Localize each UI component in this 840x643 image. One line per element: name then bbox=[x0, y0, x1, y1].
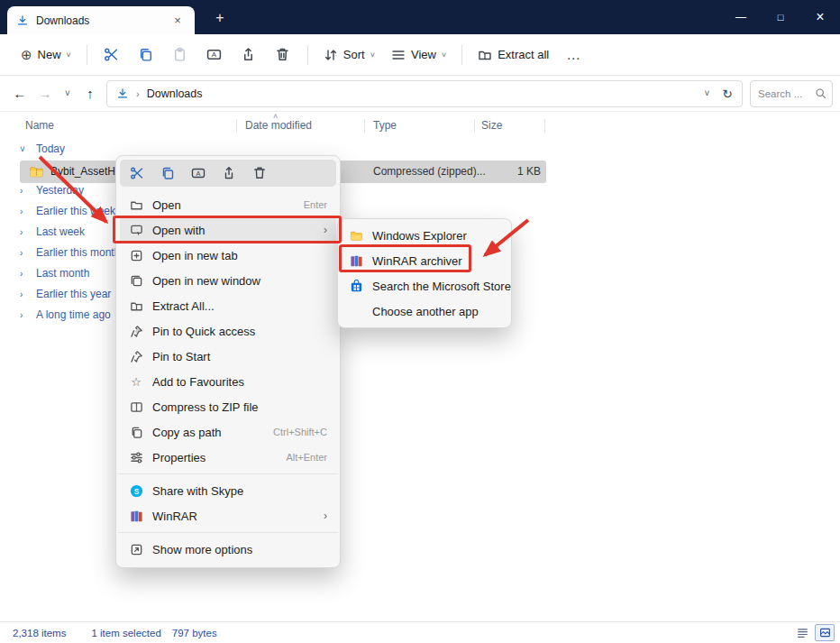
see-more-button[interactable]: … bbox=[557, 47, 590, 63]
column-divider[interactable] bbox=[474, 119, 475, 133]
submenu-item-winrar-archiver[interactable]: WinRAR archiver bbox=[342, 248, 507, 273]
cut-button[interactable] bbox=[95, 40, 129, 70]
menu-item-open-in-new-window[interactable]: Open in new window bbox=[120, 268, 336, 293]
view-button[interactable]: View ˅ bbox=[383, 40, 454, 70]
column-date-modified[interactable]: Date modified bbox=[245, 119, 312, 132]
new-tab-icon bbox=[129, 248, 143, 262]
up-button[interactable]: ↑ bbox=[78, 80, 103, 107]
large-thumbnails-view-button[interactable] bbox=[815, 624, 835, 641]
menu-item-add-to-favourites[interactable]: ☆ Add to Favourites bbox=[120, 369, 336, 394]
menu-item-open[interactable]: Open Enter bbox=[120, 192, 336, 217]
menu-item-winrar[interactable]: WinRAR › bbox=[120, 503, 336, 528]
downloads-icon bbox=[16, 14, 29, 27]
context-menu-quick-actions: A bbox=[120, 160, 336, 187]
tab-downloads[interactable]: Downloads × bbox=[7, 6, 195, 34]
menu-item-pin-to-quick-access[interactable]: Pin to Quick access bbox=[120, 318, 336, 344]
sort-icon bbox=[324, 48, 338, 62]
new-button-label: New bbox=[38, 48, 61, 61]
column-divider[interactable] bbox=[364, 119, 365, 133]
group-header-last-month[interactable]: › Last month bbox=[20, 267, 89, 280]
menu-item-label: Copy as path bbox=[152, 426, 264, 439]
search-input[interactable] bbox=[751, 88, 815, 99]
delete-button[interactable] bbox=[244, 161, 275, 186]
share-button[interactable] bbox=[214, 161, 244, 186]
menu-item-properties[interactable]: Properties Alt+Enter bbox=[120, 445, 336, 470]
refresh-icon[interactable]: ↻ bbox=[722, 87, 733, 101]
extract-all-icon bbox=[129, 299, 143, 313]
view-button-label: View bbox=[411, 48, 436, 61]
rename-icon: A bbox=[206, 47, 222, 62]
close-button[interactable]: × bbox=[800, 0, 840, 34]
extract-all-icon bbox=[478, 48, 492, 62]
copy-button[interactable] bbox=[152, 161, 183, 186]
address-chevron-icon[interactable]: ˅ bbox=[704, 88, 709, 98]
context-menu: A Open Enter Open with › Open in new tab… bbox=[115, 155, 341, 568]
menu-item-pin-to-start[interactable]: Pin to Start bbox=[120, 344, 336, 369]
paste-button[interactable] bbox=[163, 40, 197, 70]
menu-item-show-more-options[interactable]: Show more options bbox=[120, 537, 336, 562]
submenu-item-search-microsoft-store[interactable]: Search the Microsoft Store bbox=[342, 273, 507, 299]
copy-button[interactable] bbox=[129, 40, 163, 70]
group-header-yesterday[interactable]: › Yesterday bbox=[20, 184, 84, 197]
chevron-down-icon: ˅ bbox=[20, 144, 29, 154]
crumb-chevron-icon: › bbox=[136, 88, 140, 99]
chevron-right-icon: › bbox=[20, 269, 29, 279]
new-button[interactable]: ⊕ New ˅ bbox=[13, 40, 79, 70]
rename-button[interactable]: A bbox=[183, 161, 214, 186]
items-count: 2,318 items bbox=[13, 628, 66, 638]
sort-button-label: Sort bbox=[343, 48, 365, 61]
column-divider[interactable] bbox=[544, 119, 545, 133]
properties-icon bbox=[129, 450, 143, 464]
submenu-item-windows-explorer[interactable]: Windows Explorer bbox=[342, 223, 507, 248]
cut-button[interactable] bbox=[122, 161, 152, 186]
submenu-chevron-icon: › bbox=[324, 224, 327, 236]
address-bar[interactable]: › Downloads ˅ ↻ bbox=[106, 80, 743, 107]
rename-button[interactable]: A bbox=[197, 40, 232, 70]
new-tab-button[interactable]: + bbox=[209, 7, 231, 29]
menu-item-extract-all[interactable]: Extract All... bbox=[120, 293, 336, 318]
zip-folder-icon bbox=[129, 400, 143, 414]
view-icon bbox=[391, 48, 406, 62]
share-icon bbox=[241, 47, 256, 62]
titlebar: Downloads × + — □ × bbox=[0, 0, 840, 34]
submenu-item-choose-another-app[interactable]: Choose another app bbox=[342, 299, 507, 324]
menu-item-copy-as-path[interactable]: Copy as path Ctrl+Shift+C bbox=[120, 419, 336, 445]
scissors-icon bbox=[130, 166, 144, 180]
search-box[interactable] bbox=[750, 80, 833, 107]
menu-item-open-in-new-tab[interactable]: Open in new tab bbox=[120, 243, 336, 268]
menu-item-share-with-skype[interactable]: S Share with Skype bbox=[120, 478, 336, 503]
column-divider[interactable] bbox=[236, 119, 237, 133]
extract-all-button[interactable]: Extract all bbox=[470, 40, 557, 70]
group-header-today[interactable]: ˅ Today bbox=[20, 142, 65, 155]
breadcrumb[interactable]: Downloads bbox=[147, 87, 203, 100]
menu-item-compress-to-zip[interactable]: Compress to ZIP file bbox=[120, 394, 336, 419]
toolbar-separator bbox=[307, 45, 308, 65]
menu-item-open-with[interactable]: Open with › bbox=[120, 217, 336, 243]
minimize-button[interactable]: — bbox=[721, 0, 761, 34]
group-label: Last month bbox=[36, 267, 89, 280]
column-size[interactable]: Size bbox=[481, 119, 502, 132]
group-header-a-long-time-ago[interactable]: › A long time ago bbox=[20, 308, 111, 321]
chevron-right-icon: › bbox=[20, 207, 29, 216]
group-label: Last week bbox=[36, 225, 85, 238]
delete-button[interactable] bbox=[266, 40, 300, 70]
menu-separator bbox=[118, 532, 338, 533]
group-header-earlier-this-month[interactable]: › Earlier this month bbox=[20, 246, 120, 259]
sort-button[interactable]: Sort ˅ bbox=[315, 40, 383, 70]
rename-icon: A bbox=[191, 166, 205, 180]
skype-icon: S bbox=[129, 483, 143, 498]
chevron-right-icon: › bbox=[20, 186, 29, 196]
group-header-earlier-this-year[interactable]: › Earlier this year bbox=[20, 288, 111, 300]
column-type[interactable]: Type bbox=[373, 119, 397, 132]
maximize-button[interactable]: □ bbox=[761, 0, 800, 34]
forward-button[interactable]: → bbox=[32, 80, 58, 107]
details-view-button[interactable] bbox=[792, 624, 812, 641]
back-button[interactable]: ← bbox=[7, 80, 32, 107]
group-header-earlier-this-week[interactable]: › Earlier this week bbox=[20, 205, 115, 217]
group-header-last-week[interactable]: › Last week bbox=[20, 225, 85, 238]
tab-close-icon[interactable]: × bbox=[169, 13, 186, 29]
share-button[interactable] bbox=[232, 40, 266, 70]
history-chevron-icon[interactable]: ˅ bbox=[58, 80, 78, 107]
column-name[interactable]: Name bbox=[25, 119, 54, 132]
menu-item-label: Show more options bbox=[152, 543, 327, 556]
